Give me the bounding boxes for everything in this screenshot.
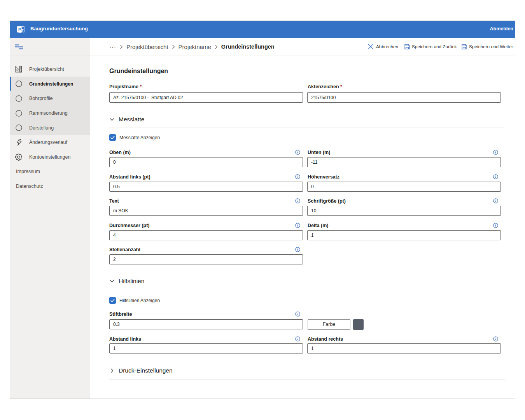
- svg-text:P: P: [18, 28, 21, 32]
